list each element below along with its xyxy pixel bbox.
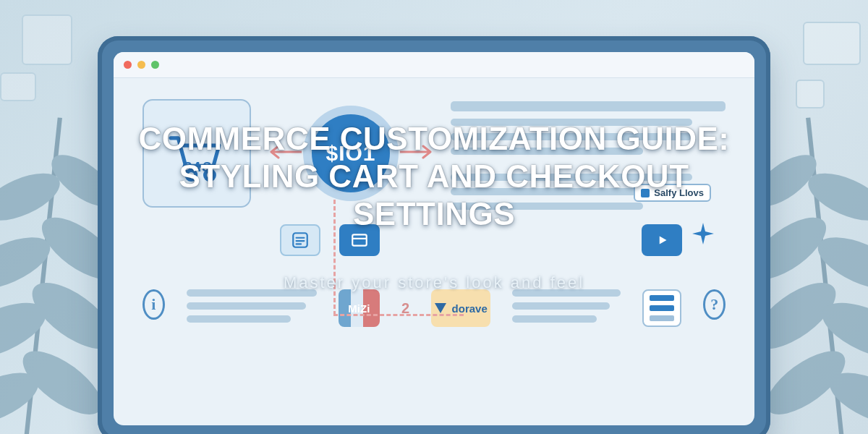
help-icon: ?: [703, 289, 726, 320]
color-pill: MiZi: [339, 289, 380, 327]
traffic-light-minimize-icon: [137, 61, 145, 69]
brand-tag-square-icon: [641, 189, 650, 197]
bottom-row: i MiZi 2 dorave: [142, 289, 726, 327]
info-icon-symbol: i: [151, 295, 156, 314]
placeholder-line: [512, 302, 610, 310]
window-chrome: [114, 52, 754, 78]
brand-pill: dorave: [431, 289, 490, 327]
flow-wrap: $IO1: [270, 114, 432, 192]
placeholder-line: [187, 302, 307, 310]
brand-tag-row: Salfy Llovs: [634, 184, 711, 202]
svg-marker-20: [660, 237, 667, 244]
traffic-light-close-icon: [124, 61, 132, 69]
placeholder-line: [187, 315, 291, 323]
arrow-right-icon: [400, 145, 432, 162]
placeholder-line: [451, 203, 643, 210]
dashed-connector: [333, 200, 336, 315]
dashed-connector: [333, 314, 464, 316]
placeholder-line: [512, 289, 621, 297]
placeholder-line: [451, 101, 726, 111]
laptop-bezel: CAS $IO1: [98, 36, 770, 434]
mid-row: [280, 224, 726, 256]
color-pill-text: MiZi: [348, 302, 370, 315]
stripes-pill-icon: [642, 289, 681, 327]
arrow-left-icon: [270, 145, 302, 162]
placeholder-line: [451, 174, 692, 181]
cart-card-label: CAS: [182, 160, 211, 175]
brand-pill-triangle-icon: [435, 303, 446, 313]
info-icon: i: [142, 289, 165, 320]
placeholder-line: [512, 315, 597, 323]
laptop-screen: CAS $IO1: [114, 52, 754, 425]
brand-pill-text: dorave: [452, 302, 488, 315]
traffic-light-zoom-icon: [151, 61, 159, 69]
placeholder-lines-bottom-left: [187, 289, 317, 323]
mock-page: CAS $IO1: [114, 78, 754, 425]
placeholder-line: [451, 133, 692, 140]
deco-rect: [803, 22, 861, 65]
play-tile-icon: [642, 224, 682, 256]
svg-rect-19: [352, 234, 367, 245]
deco-rect: [22, 14, 72, 65]
price-badge: $IO1: [312, 114, 390, 192]
cart-icon: [167, 132, 226, 184]
checklist-tile-icon: [280, 224, 320, 256]
sparkle-icon: [692, 223, 714, 247]
placeholder-line: [451, 119, 692, 126]
cart-card: CAS: [142, 99, 251, 208]
placeholder-line: [187, 289, 317, 297]
price-badge-text: $IO1: [326, 141, 375, 166]
help-icon-symbol: ?: [710, 295, 718, 314]
brand-tag-text: Salfy Llovs: [654, 187, 704, 198]
placeholder-lines-bottom-mid: [512, 289, 621, 323]
brand-tag: Salfy Llovs: [634, 184, 711, 202]
hero-stage: CAS $IO1: [0, 0, 868, 434]
placeholder-line: [451, 148, 643, 155]
laptop-illustration: CAS $IO1: [98, 36, 770, 434]
card-tile-icon: [339, 224, 380, 256]
